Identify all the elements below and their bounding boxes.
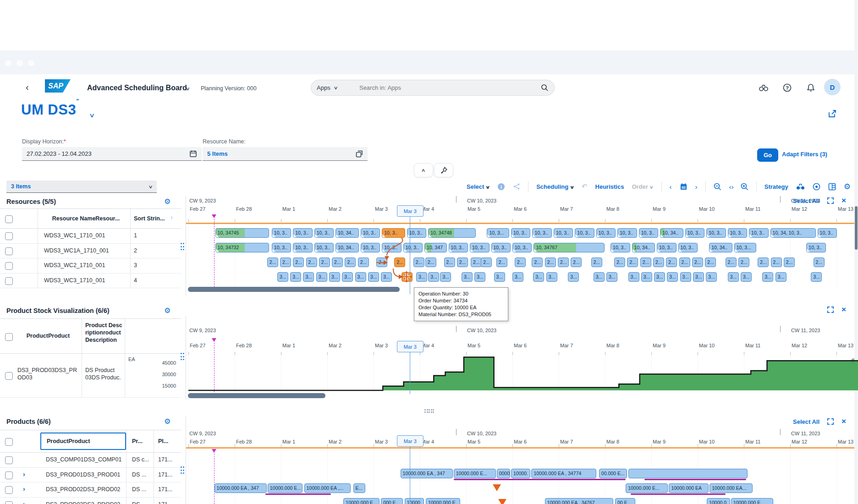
help-icon[interactable]: ? <box>783 83 792 92</box>
gantt-bar[interactable]: 3... <box>654 272 665 282</box>
gantt-bar[interactable]: 2... <box>376 257 387 267</box>
search-icon[interactable] <box>541 84 549 92</box>
gantt-bar[interactable]: 3... <box>368 272 379 282</box>
gantt-bar[interactable]: 2... <box>705 257 716 267</box>
app-title-chevron-icon[interactable]: ∨ <box>186 86 190 91</box>
items-selector[interactable]: 3 Items ∨ <box>6 181 157 193</box>
gantt-bar[interactable]: 3... <box>402 272 412 282</box>
gantt-bar[interactable]: 10, 3.. <box>678 243 698 252</box>
gantt-bar[interactable]: 2... <box>471 257 482 267</box>
gantt-bar[interactable]: 3... <box>494 272 505 282</box>
table-row[interactable]: WDS3_WC2_1710_0013 <box>0 258 181 274</box>
gantt-bar[interactable]: 2... <box>425 257 436 267</box>
gantt-bar[interactable]: 10000.000 EA , 347 <box>401 469 453 478</box>
stock-row[interactable]: DS3_PROD03DS3_PROD03 DS Product 03DS Pro… <box>0 354 181 398</box>
gantt-bar[interactable]: 10, 3.. <box>382 228 405 238</box>
value-help-icon[interactable] <box>356 150 363 158</box>
gantt-bar[interactable]: 3... <box>546 272 557 282</box>
calendar-icon[interactable] <box>189 150 197 158</box>
gantt-bar[interactable]: 10, 3.. <box>657 243 676 252</box>
row-checkbox[interactable] <box>5 247 13 255</box>
gantt-bar[interactable]: 2... <box>627 257 638 267</box>
gantt-bar[interactable]: 3... <box>667 272 678 282</box>
go-button[interactable]: Go <box>757 148 778 162</box>
today-marker-box[interactable]: Mar 3 <box>397 341 424 352</box>
products-expand-icon[interactable] <box>827 418 834 425</box>
panel-resize-handle[interactable] <box>424 409 434 413</box>
gantt-bar[interactable]: 10000.000 E... <box>626 483 668 493</box>
gantt-bar[interactable]: 2... <box>332 257 343 267</box>
resources-close-icon[interactable]: × <box>842 196 846 205</box>
gantt-bar[interactable]: 3... <box>316 272 327 282</box>
user-avatar[interactable]: D <box>824 79 841 95</box>
products-select-all-checkbox[interactable] <box>5 438 13 446</box>
gantt-bar[interactable]: 3... <box>628 272 639 282</box>
resources-col-name[interactable]: Resource NameResour... <box>44 215 128 222</box>
gantt-bar[interactable]: 3... <box>474 272 485 282</box>
table-row[interactable]: DS3_COMP01DS3_COMP01DS c...171... <box>0 453 181 468</box>
gantt-bar[interactable]: 00.000 E... <box>599 469 627 478</box>
row-checkbox[interactable] <box>5 456 13 464</box>
gantt-bar[interactable]: 10, 34.. <box>660 228 683 238</box>
collapse-header-button[interactable]: ∧ <box>414 163 433 177</box>
today-marker-box[interactable]: Mar 3 <box>397 205 424 217</box>
gantt-bar[interactable]: 2... <box>666 257 677 267</box>
gantt-bar[interactable]: 00 E... <box>615 498 635 504</box>
scheduling-menu-button[interactable]: Scheduling ∨ <box>536 183 574 190</box>
sort-ascending-icon[interactable]: ↑ <box>170 215 173 220</box>
gantt-bar[interactable]: 3... <box>512 272 523 282</box>
gantt-bar[interactable]: 2... <box>784 257 795 267</box>
gantt-bar[interactable]: 10, 3.. <box>470 243 489 252</box>
gantt-bar[interactable]: 10, 3.. <box>272 243 291 252</box>
gantt-bar[interactable]: 3... <box>381 272 392 282</box>
gantt-bar[interactable]: 3... <box>811 272 822 282</box>
gantt-bar[interactable]: 10000.000 EA , 34774 <box>531 469 596 478</box>
page-title-chevron-icon[interactable]: ∨ <box>89 112 95 119</box>
gantt-bar[interactable]: 2... <box>306 257 317 267</box>
gantt-bar[interactable]: 3... <box>693 272 704 282</box>
gantt-bar[interactable]: 2... <box>640 257 651 267</box>
products-col-pr[interactable]: Pr... <box>132 438 143 444</box>
resources-expand-icon[interactable] <box>827 197 834 204</box>
gantt-bar[interactable]: 2... <box>358 257 369 267</box>
gantt-bar[interactable]: 3... <box>641 272 652 282</box>
gantt-bar[interactable]: 3... <box>706 272 717 282</box>
gantt-bar[interactable]: 10, 3.. <box>806 243 825 252</box>
zoom-fit-icon[interactable]: ‹ › <box>729 183 733 191</box>
resource-name-input[interactable]: 5 Items <box>203 147 368 161</box>
gantt-bar[interactable]: 10000.0 <box>707 498 730 504</box>
resources-splitter-handle[interactable] <box>181 243 185 251</box>
gantt-bar[interactable]: 3... <box>462 272 473 282</box>
gantt-bar[interactable]: 10000.000 EA <box>669 483 709 493</box>
gantt-bar[interactable]: 3... <box>568 272 579 282</box>
gantt-bar[interactable]: 2... <box>267 257 278 267</box>
strategy-button[interactable]: Strategy <box>764 183 788 190</box>
share-export-icon[interactable] <box>828 109 837 118</box>
gantt-bar[interactable]: 2... <box>758 257 769 267</box>
row-checkbox[interactable] <box>5 501 13 504</box>
gantt-bar[interactable]: 10, 3.. <box>314 228 334 238</box>
gantt-bar[interactable]: 3... <box>277 272 288 282</box>
stock-col-product[interactable]: ProductProduct <box>18 333 78 339</box>
gantt-bar[interactable]: E... <box>353 483 365 493</box>
row-checkbox[interactable] <box>5 486 13 494</box>
resources-hscrollbar[interactable] <box>188 287 400 292</box>
gantt-bar[interactable]: 2... <box>653 257 664 267</box>
apps-selector[interactable]: Apps <box>317 84 330 91</box>
gantt-bar[interactable]: 2... <box>591 257 602 267</box>
table-row[interactable]: ›DS3_PROD03DS3_PROD03DS ...171... <box>0 498 181 504</box>
gantt-bar[interactable]: 2... <box>280 257 291 267</box>
gantt-bar[interactable]: 10000.000 EA , 347 <box>214 483 267 493</box>
gantt-bar[interactable]: 10, 3.. <box>293 243 312 252</box>
gantt-bar[interactable]: 10, 34745 <box>215 228 269 238</box>
gantt-bar[interactable]: 0000. <box>497 469 510 478</box>
gantt-bar[interactable]: 10, 3.. <box>491 243 511 252</box>
gantt-bar[interactable]: 10000.000 E... <box>343 498 380 504</box>
stock-hscrollbar[interactable] <box>188 393 325 398</box>
adapt-filters-button[interactable]: Adapt Filters (3) <box>782 151 827 158</box>
gantt-bar[interactable]: 10, 3.. <box>706 228 726 238</box>
gantt-bar[interactable]: 10000.000 EA... <box>710 483 753 493</box>
info-icon[interactable]: i <box>497 183 505 191</box>
gantt-bar[interactable]: 2... <box>496 257 507 267</box>
stock-splitter-handle[interactable] <box>181 353 185 361</box>
